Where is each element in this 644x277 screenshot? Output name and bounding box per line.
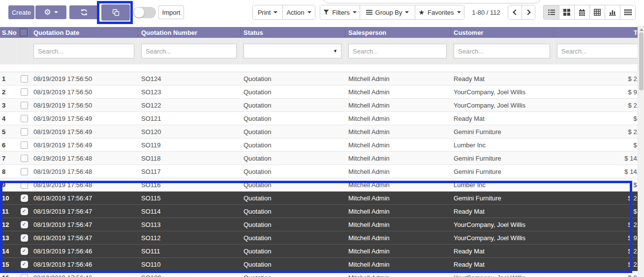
- gear-icon: ⚙: [44, 8, 51, 16]
- row-checkbox[interactable]: ✓: [21, 102, 28, 109]
- quotation-date-cell: 08/19/2019 17:56:49: [31, 125, 138, 138]
- table-body: 1 ✓ 08/19/2019 17:56:50 SO124 Quotation …: [0, 72, 638, 277]
- table-row[interactable]: 7 ✓ 08/19/2019 17:56:48 SO118 Quotation …: [0, 152, 638, 165]
- table-row[interactable]: 10 ✓ 08/19/2019 17:56:47 SO115 Quotation…: [0, 192, 638, 205]
- favorites-dropdown-button[interactable]: ★ Favorites: [415, 5, 464, 19]
- salesperson-cell: Mitchell Admin: [345, 205, 451, 218]
- print-dropdown-button[interactable]: Print: [253, 5, 282, 19]
- row-checkbox[interactable]: ✓: [21, 208, 28, 215]
- row-checkbox[interactable]: ✓: [21, 75, 28, 83]
- row-checkbox[interactable]: ✓: [21, 221, 28, 228]
- table-row[interactable]: 13 ✓ 08/19/2019 17:56:47 SO112 Quotation…: [0, 231, 638, 245]
- status-cell: Quotation: [241, 192, 345, 204]
- table-row[interactable]: 6 ✓ 08/19/2019 17:56:49 SO119 Quotation …: [0, 138, 638, 152]
- table-row[interactable]: 5 ✓ 08/19/2019 17:56:49 SO120 Quotation …: [0, 125, 638, 138]
- quotation-number-cell: SO115: [138, 192, 241, 204]
- activity-grid-icon: [624, 9, 632, 16]
- quotation-date-cell: 08/19/2019 17:56:46: [31, 245, 138, 257]
- table-row[interactable]: 14 ✓ 08/19/2019 17:56:46 SO111 Quotation…: [0, 245, 638, 258]
- column-header-status[interactable]: Status: [241, 27, 345, 38]
- salesperson-cell: Mitchell Admin: [345, 85, 451, 98]
- pager-previous-button[interactable]: [508, 5, 521, 19]
- row-checkbox[interactable]: ✓: [21, 194, 28, 202]
- quotation-date-cell: 08/19/2019 17:56:48: [31, 178, 138, 191]
- row-number: 8: [0, 165, 18, 178]
- table-row[interactable]: 8 ✓ 08/19/2019 17:56:48 SO117 Quotation …: [0, 165, 638, 178]
- row-checkbox[interactable]: ✓: [21, 155, 28, 162]
- column-header-sno[interactable]: S.No: [0, 27, 18, 38]
- column-header-quotation-date[interactable]: Quotation Date: [31, 27, 138, 38]
- row-checkbox[interactable]: ✓: [21, 181, 28, 189]
- total-cell: $ 9,700.00: [554, 271, 638, 277]
- list-view: S.No Quotation Date Quotation Number Sta…: [0, 27, 638, 277]
- column-header-quotation-number[interactable]: Quotation Number: [138, 27, 241, 38]
- row-checkbox[interactable]: ✓: [21, 128, 28, 136]
- row-checkbox[interactable]: ✓: [21, 141, 28, 149]
- settings-dropdown-button[interactable]: ⚙: [35, 5, 66, 19]
- create-button[interactable]: Create: [8, 5, 34, 19]
- graph-view-icon: [609, 9, 616, 16]
- table-row[interactable]: 2 ✓ 08/19/2019 17:56:50 SO123 Quotation …: [0, 85, 638, 99]
- select-all-checkbox[interactable]: [20, 28, 28, 36]
- customer-cell: Lumber Inc: [451, 138, 554, 151]
- row-number: 2: [0, 85, 18, 98]
- salesperson-filter-input[interactable]: [348, 44, 447, 58]
- salesperson-cell: Mitchell Admin: [345, 125, 451, 138]
- duplicate-button[interactable]: [101, 4, 130, 21]
- view-calendar-button[interactable]: [574, 5, 589, 19]
- vertical-scrollbar[interactable]: [638, 26, 644, 277]
- quotations-list-screen: Create ⚙ Import Print: [0, 0, 644, 277]
- table-row[interactable]: 4 ✓ 08/19/2019 17:56:49 SO121 Quotation …: [0, 112, 638, 125]
- column-header-salesperson[interactable]: Salesperson: [345, 27, 451, 38]
- row-checkbox-cell: ✓: [18, 72, 31, 85]
- total-cell: $ 14,950.00: [554, 152, 638, 165]
- view-graph-button[interactable]: [605, 5, 620, 19]
- table-row[interactable]: 12 ✓ 08/19/2019 17:56:47 SO113 Quotation…: [0, 218, 638, 231]
- view-kanban-button[interactable]: [559, 5, 574, 19]
- table-row[interactable]: 3 ✓ 08/19/2019 17:56:50 SO122 Quotation …: [0, 99, 638, 112]
- row-number: 6: [0, 138, 18, 151]
- row-checkbox[interactable]: ✓: [21, 248, 28, 255]
- group-by-dropdown-button[interactable]: Group By: [360, 5, 415, 19]
- view-activity-button[interactable]: [620, 5, 635, 19]
- view-pivot-button[interactable]: [589, 5, 605, 19]
- filters-dropdown-button[interactable]: Filters: [320, 5, 360, 19]
- row-checkbox[interactable]: ✓: [21, 88, 28, 96]
- row-checkbox-cell: ✓: [18, 125, 31, 138]
- total-cell: $ 750.00: [554, 205, 638, 218]
- scrollbar-thumb[interactable]: [639, 32, 644, 90]
- status-cell: Quotation: [241, 112, 345, 125]
- caret-down-icon: [353, 11, 357, 13]
- row-checkbox[interactable]: ✓: [21, 115, 28, 122]
- toggle-switch[interactable]: [133, 7, 156, 18]
- column-header-customer[interactable]: Customer: [451, 27, 554, 38]
- refresh-button[interactable]: [69, 5, 98, 19]
- customer-filter-input[interactable]: [454, 44, 550, 58]
- row-checkbox-cell: ✓: [18, 138, 31, 151]
- quotation-date-filter-input[interactable]: [33, 44, 134, 58]
- status-cell: Quotation: [241, 231, 345, 244]
- status-filter-select[interactable]: ▼: [244, 44, 341, 58]
- row-checkbox[interactable]: ✓: [21, 234, 28, 242]
- status-cell: Quotation: [241, 138, 345, 151]
- table-row[interactable]: 15 ✓ 08/19/2019 17:56:46 SO110 Quotation…: [0, 258, 638, 271]
- total-filter-input[interactable]: [557, 44, 638, 58]
- pager-next-button[interactable]: [521, 5, 535, 19]
- table-row[interactable]: 11 ✓ 08/19/2019 17:56:47 SO114 Quotation…: [0, 205, 638, 218]
- total-cell: $ 9,700.00: [554, 85, 638, 98]
- scroll-up-arrow-icon[interactable]: [640, 28, 644, 31]
- total-cell: $ 2,250.00: [554, 192, 638, 204]
- row-checkbox[interactable]: ✓: [21, 168, 28, 175]
- row-checkbox[interactable]: ✓: [21, 261, 28, 268]
- global-search-input[interactable]: [323, 0, 541, 3]
- quotation-number-filter-input[interactable]: [141, 44, 237, 58]
- action-dropdown-button[interactable]: Action: [282, 5, 315, 19]
- column-header-total[interactable]: Total: [554, 27, 638, 38]
- table-row[interactable]: 1 ✓ 08/19/2019 17:56:50 SO124 Quotation …: [0, 72, 638, 85]
- import-button[interactable]: Import: [158, 5, 184, 19]
- table-row[interactable]: 9 ✓ 08/19/2019 17:56:48 SO116 Quotation …: [0, 178, 638, 192]
- row-checkbox[interactable]: ✓: [21, 274, 28, 277]
- table-row[interactable]: 16 ✓ 08/19/2019 17:56:46 SO109 Quotation…: [0, 271, 638, 277]
- view-list-button[interactable]: [544, 5, 559, 19]
- quotation-number-cell: SO121: [138, 112, 241, 125]
